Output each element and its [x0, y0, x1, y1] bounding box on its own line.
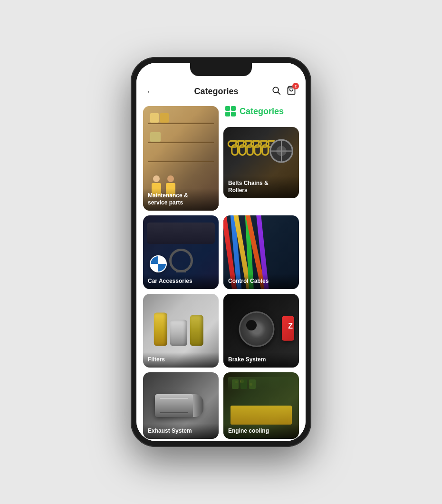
category-card-engine[interactable]: Engine cooling	[223, 372, 299, 439]
header-actions: 2	[271, 86, 296, 97]
category-card-accessories[interactable]: Car Accessories	[143, 215, 219, 289]
row-2: Car Accessories	[143, 215, 299, 289]
back-button[interactable]: ←	[146, 86, 161, 97]
category-card-maintenance[interactable]: Maintenance & service parts	[143, 106, 219, 211]
cart-button[interactable]: 2	[287, 86, 296, 97]
grid-icon	[225, 106, 236, 116]
category-label-engine: Engine cooling	[223, 424, 299, 439]
top-right-col: Categories	[223, 106, 299, 211]
row-4: Exhaust System	[143, 372, 299, 439]
categories-scroll[interactable]: Maintenance & service parts	[136, 102, 306, 441]
app-header: ← Categories	[136, 80, 306, 102]
phone-notch	[190, 63, 252, 76]
section-title: Categories	[240, 107, 284, 116]
page-title: Categories	[194, 87, 238, 97]
cart-badge: 2	[292, 83, 299, 89]
search-button[interactable]	[271, 86, 281, 97]
screen-content: ← Categories	[136, 63, 306, 441]
category-label-belts: Belts Chains & Rollers	[223, 176, 299, 198]
category-label-accessories: Car Accessories	[143, 274, 219, 289]
category-label-cables: Control Cables	[223, 274, 299, 289]
category-card-belts[interactable]: Belts Chains & Rollers	[223, 127, 299, 198]
category-card-brake[interactable]: Z Brake System	[223, 294, 299, 368]
row-3: Filters Z Brake System	[143, 294, 299, 368]
category-label-filters: Filters	[143, 352, 219, 368]
phone-screen: ← Categories	[136, 63, 306, 441]
svg-line-1	[278, 92, 280, 95]
bmw-logo	[150, 255, 167, 272]
top-section: Maintenance & service parts	[143, 106, 299, 211]
category-label-exhaust: Exhaust System	[143, 424, 219, 439]
category-card-exhaust[interactable]: Exhaust System	[143, 372, 219, 439]
category-card-filters[interactable]: Filters	[143, 294, 219, 368]
category-label-brake: Brake System	[223, 352, 299, 368]
section-header: Categories	[223, 106, 299, 116]
category-card-cables[interactable]: Control Cables	[223, 215, 299, 289]
phone-frame: ← Categories	[131, 57, 311, 447]
category-label-maintenance: Maintenance & service parts	[143, 188, 219, 211]
